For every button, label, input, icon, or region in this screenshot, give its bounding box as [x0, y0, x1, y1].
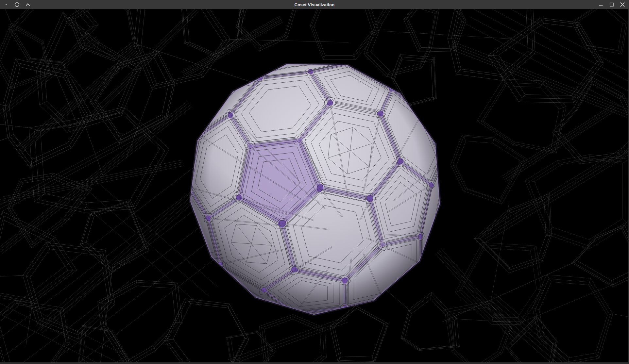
titlebar-left-icons	[0, 1, 31, 8]
close-button[interactable]	[618, 1, 627, 8]
viewport-3d[interactable]	[0, 9, 629, 364]
titlebar[interactable]: Coset Visualization	[0, 0, 629, 9]
close-icon	[619, 1, 626, 8]
minimize-icon	[597, 1, 604, 8]
window-controls	[597, 1, 629, 8]
window-title: Coset Visualization	[295, 2, 335, 7]
dot-icon	[3, 1, 9, 8]
app-window: Coset Visualization	[0, 0, 629, 364]
maximize-icon	[608, 1, 615, 8]
minimize-button[interactable]	[597, 1, 605, 8]
maximize-button[interactable]	[607, 1, 616, 8]
circle-icon[interactable]	[14, 1, 20, 8]
chevron-up-icon[interactable]	[25, 1, 31, 8]
coset-scene-svg	[0, 9, 628, 362]
